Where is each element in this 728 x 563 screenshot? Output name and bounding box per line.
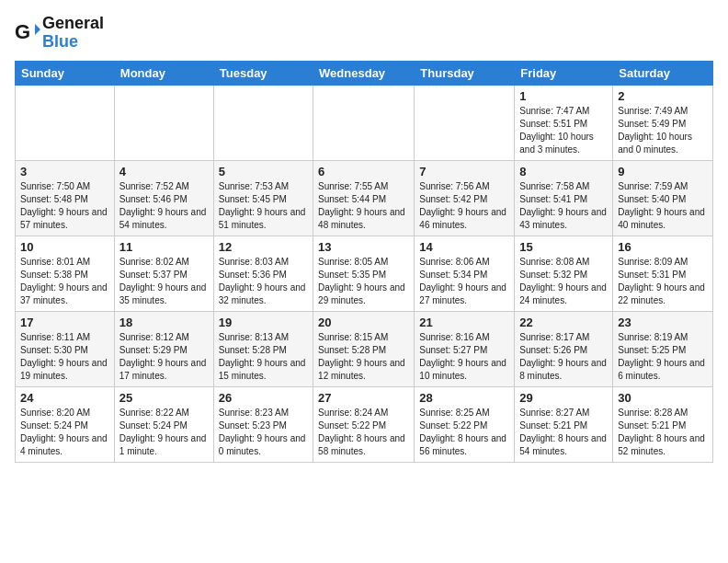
day-number: 16: [618, 240, 708, 254]
weekday-header: Sunday: [16, 61, 115, 85]
day-info: Sunrise: 8:22 AM Sunset: 5:24 PM Dayligh…: [119, 407, 209, 458]
calendar-cell: [213, 85, 313, 160]
calendar-week-row: 10Sunrise: 8:01 AM Sunset: 5:38 PM Dayli…: [16, 236, 713, 311]
calendar-week-row: 24Sunrise: 8:20 AM Sunset: 5:24 PM Dayli…: [16, 386, 713, 462]
calendar-cell: 2Sunrise: 7:49 AM Sunset: 5:49 PM Daylig…: [613, 85, 713, 160]
calendar-cell: 5Sunrise: 7:53 AM Sunset: 5:45 PM Daylig…: [213, 160, 313, 236]
day-number: 11: [119, 240, 209, 254]
calendar-cell: 19Sunrise: 8:13 AM Sunset: 5:28 PM Dayli…: [213, 311, 313, 386]
day-number: 13: [318, 240, 409, 254]
calendar-cell: 13Sunrise: 8:05 AM Sunset: 5:35 PM Dayli…: [313, 236, 415, 311]
calendar-cell: 30Sunrise: 8:28 AM Sunset: 5:21 PM Dayli…: [613, 386, 713, 462]
calendar-cell: 29Sunrise: 8:27 AM Sunset: 5:21 PM Dayli…: [515, 386, 613, 462]
calendar-cell: 9Sunrise: 7:59 AM Sunset: 5:40 PM Daylig…: [613, 160, 713, 236]
day-info: Sunrise: 7:53 AM Sunset: 5:45 PM Dayligh…: [219, 180, 308, 232]
day-info: Sunrise: 7:59 AM Sunset: 5:40 PM Dayligh…: [618, 180, 708, 232]
calendar-cell: [313, 85, 415, 160]
calendar-cell: 11Sunrise: 8:02 AM Sunset: 5:37 PM Dayli…: [114, 236, 213, 311]
day-number: 20: [318, 316, 409, 329]
weekday-header: Thursday: [415, 61, 515, 85]
day-info: Sunrise: 8:28 AM Sunset: 5:21 PM Dayligh…: [618, 407, 708, 458]
calendar-cell: 15Sunrise: 8:08 AM Sunset: 5:32 PM Dayli…: [515, 236, 613, 311]
page-header: G General Blue: [15, 15, 713, 52]
calendar-cell: 6Sunrise: 7:55 AM Sunset: 5:44 PM Daylig…: [313, 160, 415, 236]
day-info: Sunrise: 7:50 AM Sunset: 5:48 PM Dayligh…: [20, 180, 109, 232]
day-number: 24: [20, 391, 109, 405]
day-number: 22: [519, 316, 608, 329]
day-info: Sunrise: 8:23 AM Sunset: 5:23 PM Dayligh…: [219, 407, 308, 458]
day-number: 21: [419, 316, 509, 329]
day-info: Sunrise: 8:06 AM Sunset: 5:34 PM Dayligh…: [419, 256, 509, 307]
calendar-cell: [16, 85, 115, 160]
calendar-cell: 22Sunrise: 8:17 AM Sunset: 5:26 PM Dayli…: [515, 311, 613, 386]
calendar-cell: 10Sunrise: 8:01 AM Sunset: 5:38 PM Dayli…: [16, 236, 115, 311]
day-info: Sunrise: 8:02 AM Sunset: 5:37 PM Dayligh…: [119, 256, 209, 307]
calendar-cell: 17Sunrise: 8:11 AM Sunset: 5:30 PM Dayli…: [16, 311, 115, 386]
day-number: 17: [20, 316, 109, 329]
day-info: Sunrise: 7:55 AM Sunset: 5:44 PM Dayligh…: [318, 180, 409, 232]
day-info: Sunrise: 7:47 AM Sunset: 5:51 PM Dayligh…: [519, 105, 608, 156]
day-info: Sunrise: 8:25 AM Sunset: 5:22 PM Dayligh…: [419, 407, 509, 458]
weekday-header: Wednesday: [313, 61, 415, 85]
day-info: Sunrise: 8:12 AM Sunset: 5:29 PM Dayligh…: [119, 331, 209, 383]
calendar-cell: 12Sunrise: 8:03 AM Sunset: 5:36 PM Dayli…: [213, 236, 313, 311]
day-info: Sunrise: 8:11 AM Sunset: 5:30 PM Dayligh…: [20, 331, 109, 383]
day-info: Sunrise: 8:01 AM Sunset: 5:38 PM Dayligh…: [20, 256, 109, 307]
day-number: 12: [219, 240, 308, 254]
day-number: 29: [519, 391, 608, 405]
svg-marker-1: [35, 24, 40, 35]
day-number: 4: [119, 165, 209, 178]
day-info: Sunrise: 8:20 AM Sunset: 5:24 PM Dayligh…: [20, 407, 109, 458]
calendar-cell: [415, 85, 515, 160]
calendar-table: SundayMondayTuesdayWednesdayThursdayFrid…: [15, 61, 713, 463]
weekday-header: Friday: [515, 61, 613, 85]
day-number: 23: [618, 316, 708, 329]
logo: G General Blue: [15, 15, 104, 52]
logo-text-line2: Blue: [42, 33, 104, 52]
calendar-cell: 16Sunrise: 8:09 AM Sunset: 5:31 PM Dayli…: [613, 236, 713, 311]
logo-text-line1: General: [42, 15, 104, 33]
calendar-cell: 7Sunrise: 7:56 AM Sunset: 5:42 PM Daylig…: [415, 160, 515, 236]
day-number: 27: [318, 391, 409, 405]
day-number: 26: [219, 391, 308, 405]
day-number: 14: [419, 240, 509, 254]
calendar-week-row: 3Sunrise: 7:50 AM Sunset: 5:48 PM Daylig…: [16, 160, 713, 236]
day-number: 7: [419, 165, 509, 178]
day-info: Sunrise: 8:09 AM Sunset: 5:31 PM Dayligh…: [618, 256, 708, 307]
day-info: Sunrise: 8:15 AM Sunset: 5:28 PM Dayligh…: [318, 331, 409, 383]
weekday-header: Saturday: [613, 61, 713, 85]
calendar-cell: 26Sunrise: 8:23 AM Sunset: 5:23 PM Dayli…: [213, 386, 313, 462]
day-info: Sunrise: 8:16 AM Sunset: 5:27 PM Dayligh…: [419, 331, 509, 383]
weekday-header: Monday: [114, 61, 213, 85]
day-number: 28: [419, 391, 509, 405]
calendar-cell: 27Sunrise: 8:24 AM Sunset: 5:22 PM Dayli…: [313, 386, 415, 462]
day-number: 3: [20, 165, 109, 178]
calendar-cell: 14Sunrise: 8:06 AM Sunset: 5:34 PM Dayli…: [415, 236, 515, 311]
day-number: 9: [618, 165, 708, 178]
day-info: Sunrise: 7:52 AM Sunset: 5:46 PM Dayligh…: [119, 180, 209, 232]
day-info: Sunrise: 8:05 AM Sunset: 5:35 PM Dayligh…: [318, 256, 409, 307]
calendar-cell: 21Sunrise: 8:16 AM Sunset: 5:27 PM Dayli…: [415, 311, 515, 386]
day-number: 19: [219, 316, 308, 329]
weekday-header-row: SundayMondayTuesdayWednesdayThursdayFrid…: [16, 61, 713, 85]
calendar-cell: 8Sunrise: 7:58 AM Sunset: 5:41 PM Daylig…: [515, 160, 613, 236]
day-info: Sunrise: 8:08 AM Sunset: 5:32 PM Dayligh…: [519, 256, 608, 307]
day-info: Sunrise: 7:58 AM Sunset: 5:41 PM Dayligh…: [519, 180, 608, 232]
day-number: 6: [318, 165, 409, 178]
calendar-cell: [114, 85, 213, 160]
day-number: 5: [219, 165, 308, 178]
calendar-cell: 1Sunrise: 7:47 AM Sunset: 5:51 PM Daylig…: [515, 85, 613, 160]
calendar-cell: 20Sunrise: 8:15 AM Sunset: 5:28 PM Dayli…: [313, 311, 415, 386]
day-info: Sunrise: 8:24 AM Sunset: 5:22 PM Dayligh…: [318, 407, 409, 458]
svg-text:G: G: [15, 20, 30, 43]
calendar-cell: 4Sunrise: 7:52 AM Sunset: 5:46 PM Daylig…: [114, 160, 213, 236]
day-info: Sunrise: 8:17 AM Sunset: 5:26 PM Dayligh…: [519, 331, 608, 383]
calendar-cell: 24Sunrise: 8:20 AM Sunset: 5:24 PM Dayli…: [16, 386, 115, 462]
calendar-cell: 18Sunrise: 8:12 AM Sunset: 5:29 PM Dayli…: [114, 311, 213, 386]
day-number: 18: [119, 316, 209, 329]
day-number: 15: [519, 240, 608, 254]
day-info: Sunrise: 7:56 AM Sunset: 5:42 PM Dayligh…: [419, 180, 509, 232]
day-info: Sunrise: 8:13 AM Sunset: 5:28 PM Dayligh…: [219, 331, 308, 383]
day-number: 1: [519, 89, 608, 103]
day-info: Sunrise: 8:03 AM Sunset: 5:36 PM Dayligh…: [219, 256, 308, 307]
